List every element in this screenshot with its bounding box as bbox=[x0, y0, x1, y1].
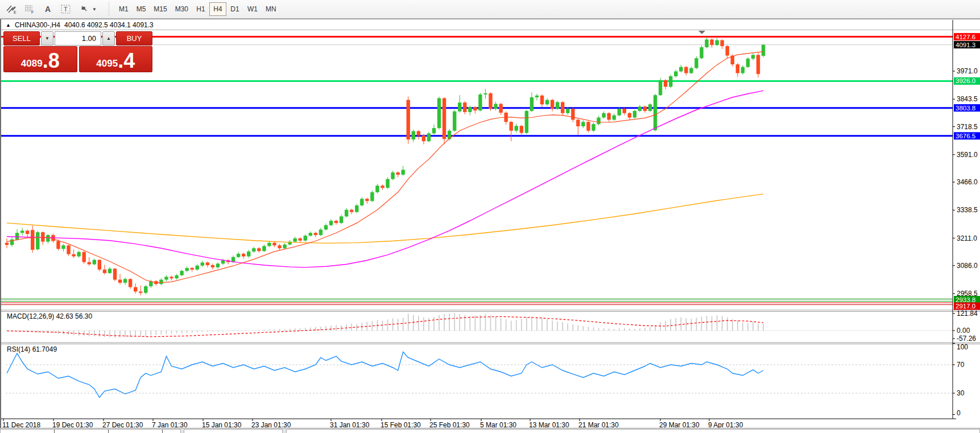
candle-31 bbox=[164, 277, 168, 279]
timeframe-h4[interactable]: H4 bbox=[209, 2, 226, 16]
candle-85 bbox=[443, 98, 446, 139]
candle-142 bbox=[736, 64, 739, 73]
candle-38 bbox=[201, 262, 204, 265]
chart-canvas[interactable]: 3971.03843.53718.53591.03466.03338.53211… bbox=[1, 19, 980, 428]
candle-41 bbox=[216, 263, 220, 267]
candle-96 bbox=[499, 104, 502, 113]
fibonacci-button[interactable]: F bbox=[22, 2, 38, 17]
candle-147 bbox=[762, 45, 765, 56]
candle-114 bbox=[592, 124, 595, 131]
text-icon: A bbox=[43, 4, 53, 14]
candle-115 bbox=[597, 118, 600, 125]
price-tick-3971: 3971.0 bbox=[957, 67, 978, 75]
volume-decrease-button[interactable]: ▼ bbox=[41, 31, 53, 46]
bottom-tick bbox=[108, 430, 109, 433]
text-label-icon: T bbox=[60, 4, 72, 14]
candle-26 bbox=[139, 291, 142, 292]
candle-48 bbox=[252, 248, 255, 251]
candle-107 bbox=[556, 102, 559, 109]
svg-text:-57.26: -57.26 bbox=[957, 335, 976, 343]
candle-110 bbox=[571, 109, 574, 119]
sell-button[interactable]: SELL bbox=[3, 31, 40, 46]
timeframe-m30[interactable]: M30 bbox=[171, 2, 192, 16]
candle-76 bbox=[396, 172, 399, 175]
candle-131 bbox=[679, 67, 683, 72]
candle-69 bbox=[360, 199, 363, 205]
fibonacci-icon: F bbox=[24, 4, 35, 14]
buy-price-tile[interactable]: 4095.4 bbox=[79, 46, 153, 72]
macd-label: MACD(12,26,9) 42.63 56.30 bbox=[7, 312, 92, 320]
bottom-tab[interactable] bbox=[184, 429, 283, 433]
candle-103 bbox=[535, 96, 539, 97]
timeframe-w1[interactable]: W1 bbox=[243, 2, 262, 16]
svg-text:2933.8: 2933.8 bbox=[956, 296, 975, 303]
bottom-tab-active[interactable] bbox=[286, 429, 980, 433]
rsi-label: RSI(14) 61.7049 bbox=[7, 345, 57, 353]
candle-108 bbox=[561, 102, 564, 113]
candle-18 bbox=[98, 260, 101, 270]
timeframe-h1[interactable]: H1 bbox=[192, 2, 209, 16]
timeframe-m1[interactable]: M1 bbox=[115, 2, 133, 16]
candle-118 bbox=[612, 116, 615, 120]
candle-74 bbox=[386, 179, 389, 188]
candle-84 bbox=[437, 98, 441, 129]
candle-91 bbox=[473, 107, 477, 110]
candle-6 bbox=[36, 232, 39, 249]
price-tick-3843.5: 3843.5 bbox=[957, 95, 978, 103]
candle-30 bbox=[159, 280, 163, 284]
equidistant-channel-button[interactable]: E bbox=[3, 2, 19, 17]
axes[interactable] bbox=[1, 20, 956, 419]
candle-66 bbox=[345, 210, 348, 217]
buy-button[interactable]: BUY bbox=[116, 31, 152, 46]
candle-134 bbox=[694, 58, 698, 68]
candle-33 bbox=[175, 275, 178, 278]
timeframe-d1[interactable]: D1 bbox=[226, 2, 243, 16]
sell-price-tile[interactable]: 4089.8 bbox=[3, 46, 77, 72]
candle-54 bbox=[283, 245, 286, 249]
arrows-button[interactable]: ▼ bbox=[76, 2, 99, 17]
rsi-pane[interactable] bbox=[6, 352, 953, 398]
svg-text:4127.6: 4127.6 bbox=[956, 34, 975, 40]
text-label-button[interactable]: T bbox=[58, 2, 74, 17]
svg-text:100: 100 bbox=[957, 343, 968, 351]
candle-36 bbox=[191, 268, 194, 270]
candle-67 bbox=[350, 210, 353, 212]
candle-109 bbox=[566, 109, 569, 113]
candle-81 bbox=[422, 135, 425, 141]
candle-145 bbox=[751, 55, 755, 59]
timeframe-m5[interactable]: M5 bbox=[133, 2, 150, 16]
candle-47 bbox=[247, 251, 250, 256]
price-axis-labels[interactable]: 3971.03843.53718.53591.03466.03338.53211… bbox=[953, 67, 978, 298]
price-tick-3591: 3591.0 bbox=[957, 151, 978, 159]
price-tick-3086: 3086.0 bbox=[957, 262, 978, 270]
timeframe-m15[interactable]: M15 bbox=[150, 2, 171, 16]
candle-133 bbox=[689, 68, 693, 73]
time-axis-labels[interactable]: 11 Dec 201819 Dec 01:3027 Dec 01:307 Jan… bbox=[2, 419, 743, 428]
candle-19 bbox=[103, 270, 106, 273]
candle-50 bbox=[262, 246, 266, 251]
ma-fast-line bbox=[7, 52, 763, 283]
candle-2 bbox=[15, 233, 19, 240]
volume-input[interactable]: 1.00 bbox=[55, 31, 101, 46]
candle-65 bbox=[340, 216, 343, 223]
candle-82 bbox=[427, 133, 431, 141]
candle-101 bbox=[525, 111, 528, 133]
svg-text:3803.8: 3803.8 bbox=[956, 105, 975, 112]
chart-shift-marker-icon[interactable] bbox=[698, 31, 705, 34]
candle-122 bbox=[633, 111, 636, 118]
svg-text:0.00: 0.00 bbox=[957, 327, 970, 335]
buy-price-pips: .4 bbox=[118, 52, 135, 70]
volume-increase-button[interactable]: ▲ bbox=[102, 31, 115, 46]
macd-pane[interactable] bbox=[6, 313, 953, 337]
candle-21 bbox=[113, 269, 117, 279]
candle-136 bbox=[705, 39, 708, 47]
arrows-dropdown-caret[interactable]: ▼ bbox=[92, 7, 97, 12]
candle-32 bbox=[169, 277, 173, 278]
candle-113 bbox=[586, 122, 590, 130]
svg-text:70: 70 bbox=[957, 361, 965, 369]
candle-27 bbox=[144, 286, 147, 293]
bottom-segment[interactable] bbox=[0, 429, 181, 433]
text-button[interactable]: A bbox=[40, 2, 56, 17]
candle-88 bbox=[458, 102, 461, 111]
timeframe-mn[interactable]: MN bbox=[262, 2, 280, 16]
